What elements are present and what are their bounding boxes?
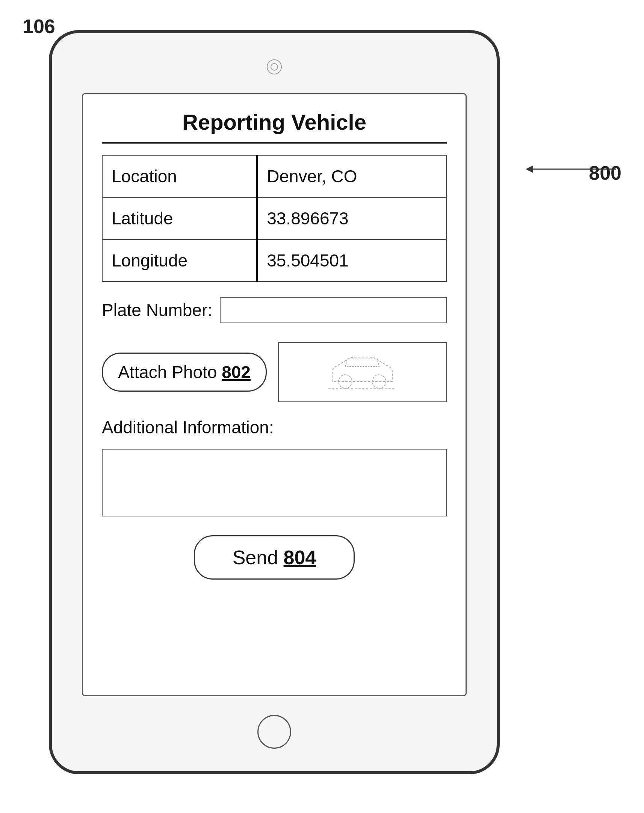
diagram-label-800: 800 <box>589 162 621 184</box>
diagram-label-106: 106 <box>23 15 55 38</box>
value-longitude: 35.504501 <box>257 239 446 282</box>
plate-number-label: Plate Number: <box>102 300 212 320</box>
send-ref: 804 <box>284 546 316 568</box>
attach-photo-text: Attach Photo <box>118 362 222 382</box>
additional-info-label: Additional Information: <box>102 417 447 437</box>
sensor-icon <box>267 59 282 74</box>
app-container: Reporting Vehicle Location Denver, CO La… <box>82 93 467 696</box>
additional-info-input[interactable] <box>102 449 447 517</box>
attach-photo-button[interactable]: Attach Photo 802 <box>102 353 267 392</box>
table-row-latitude: Latitude 33.896673 <box>102 197 446 239</box>
send-text: Send <box>233 546 284 568</box>
tablet-device: Reporting Vehicle Location Denver, CO La… <box>49 30 500 774</box>
plate-number-input[interactable] <box>220 297 447 323</box>
attach-photo-row: Attach Photo 802 <box>102 338 447 406</box>
label-longitude: Longitude <box>102 239 257 282</box>
label-location: Location <box>102 155 257 197</box>
value-latitude: 33.896673 <box>257 197 446 239</box>
home-button[interactable] <box>258 715 291 749</box>
label-latitude: Latitude <box>102 197 257 239</box>
table-row-longitude: Longitude 35.504501 <box>102 239 446 282</box>
data-table: Location Denver, CO Latitude 33.896673 L… <box>102 155 447 282</box>
send-button[interactable]: Send 804 <box>194 535 355 580</box>
table-row-location: Location Denver, CO <box>102 155 446 197</box>
plate-number-row: Plate Number: <box>102 293 447 327</box>
car-silhouette-icon <box>325 351 400 393</box>
value-location: Denver, CO <box>257 155 446 197</box>
svg-marker-1 <box>526 166 533 173</box>
photo-thumbnail <box>278 342 447 402</box>
attach-photo-ref: 802 <box>222 362 251 382</box>
tablet-sensor <box>263 56 285 78</box>
send-button-container: Send 804 <box>102 528 447 583</box>
app-title: Reporting Vehicle <box>102 109 447 144</box>
